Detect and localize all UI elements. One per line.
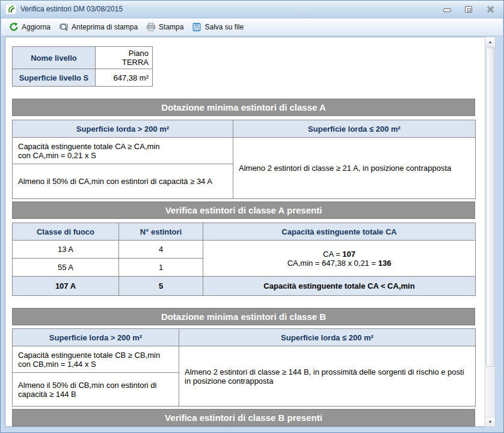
col-header-gt200-b: Superficie lorda > 200 m² — [13, 329, 179, 346]
verifica-a-table: Classe di fuoco N° estintori Capacità es… — [12, 223, 476, 296]
col-header-le200-b: Superficie lorda ≤ 200 m² — [179, 329, 476, 346]
table-row: Capacità estinguente totale CA ≥ CA,min … — [13, 138, 476, 164]
toolbar: Aggiorna Anteprima di stampa Stampa — [1, 19, 503, 36]
table-row: Superficie livello S 647,38 m² — [13, 69, 153, 87]
table-row: Superficie lorda > 200 m² Superficie lor… — [13, 329, 476, 346]
dotazione-b-table: Superficie lorda > 200 m² Superficie lor… — [12, 328, 476, 407]
window-controls — [442, 5, 499, 13]
col-header-gt200-a: Superficie lorda > 200 m² — [13, 120, 233, 138]
table-row: Capacità estinguente totale CB ≥ CB,min … — [13, 346, 476, 373]
aggiorna-label: Aggiorna — [22, 23, 51, 31]
classe-cell: 55 A — [13, 259, 119, 277]
superficie-livello-value: 647,38 m² — [96, 69, 153, 87]
save-icon — [192, 22, 201, 32]
minimize-button[interactable] — [442, 5, 452, 13]
refresh-icon — [9, 22, 19, 32]
verifica-result-a: Capacità estinguente totale CA < CA,min — [203, 277, 476, 296]
scroll-down-button[interactable]: ▼ — [485, 417, 495, 426]
section-title-dotazione-a: Dotazione minima estintori di classe A — [12, 99, 475, 116]
num-cell: 1 — [119, 259, 203, 277]
scroll-up-button[interactable]: ▲ — [485, 37, 495, 47]
alt-a: Almeno 2 estintori di classe ≥ 21 A, in … — [233, 138, 476, 199]
vertical-scrollbar[interactable]: ▲ ▼ — [485, 37, 496, 427]
salva-su-file-button[interactable]: Salva su file — [188, 20, 248, 34]
window-title: Verifica estintori DM 03/08/2015 — [20, 5, 123, 13]
close-button[interactable] — [485, 5, 495, 13]
req1-a: Capacità estinguente totale CA ≥ CA,min … — [13, 138, 233, 164]
nome-livello-value: Piano TERRA — [96, 47, 153, 69]
capacita-calc-cell: CA = 107 CA,min = 647,38 x 0,21 = 136 — [203, 241, 476, 277]
total-classe: 107 A — [13, 277, 119, 296]
section-title-dotazione-b: Dotazione minima estintori di classe B — [12, 308, 475, 325]
restore-button[interactable] — [464, 5, 473, 13]
ca-value: 107 — [342, 250, 355, 259]
level-info-table: Nome livello Piano TERRA Superficie live… — [12, 46, 153, 87]
superficie-livello-label: Superficie livello S — [13, 69, 96, 87]
req2-a: Almeno il 50% di CA,min con estintori di… — [13, 164, 233, 199]
scrollbar-thumb[interactable] — [486, 48, 494, 367]
printer-icon — [146, 22, 156, 32]
report-panel: Nome livello Piano TERRA Superficie live… — [5, 37, 485, 427]
app-window: Verifica estintori DM 03/08/2015 Aggiorn… — [0, 0, 504, 433]
table-row: 13 A 4 CA = 107 CA,min = 647,38 x 0,21 =… — [13, 241, 476, 259]
aggiorna-button[interactable]: Aggiorna — [5, 20, 55, 34]
stampa-label: Stampa — [159, 23, 183, 31]
camin-value: 136 — [378, 259, 392, 268]
total-row: 107 A 5 Capacità estinguente totale CA <… — [13, 277, 476, 296]
section-title-verifica-b: Verifica estintori di classe B presenti — [12, 409, 475, 426]
col-header-classe-fuoco: Classe di fuoco — [13, 223, 119, 241]
col-header-capacita: Capacità estinguente totale CA — [203, 223, 476, 241]
stampa-button[interactable]: Stampa — [142, 20, 188, 34]
close-icon — [487, 6, 494, 13]
anteprima-di-stampa-button[interactable]: Anteprima di stampa — [55, 20, 142, 34]
table-row: Superficie lorda > 200 m² Superficie lor… — [13, 120, 476, 138]
req1-b: Capacità estinguente totale CB ≥ CB,min … — [13, 346, 179, 373]
nome-livello-label: Nome livello — [13, 47, 96, 69]
camin-line: CA,min = 647,38 x 0,21 = 136 — [208, 259, 470, 268]
section-title-verifica-a: Verifica estintori di classe A presenti — [12, 201, 475, 219]
classe-cell: 13 A — [13, 241, 119, 259]
title-bar: Verifica estintori DM 03/08/2015 — [1, 1, 503, 18]
col-header-n-estintori: N° estintori — [119, 223, 203, 241]
dotazione-a-table: Superficie lorda > 200 m² Superficie lor… — [12, 120, 476, 199]
num-cell: 4 — [119, 241, 203, 259]
anteprima-label: Anteprima di stampa — [72, 23, 138, 31]
salva-label: Salva su file — [204, 23, 244, 31]
print-preview-icon — [59, 22, 69, 32]
req2-b: Almeno il 50% di CB,min con estintori di… — [13, 373, 179, 407]
alt-b: Almeno 2 estintori di classe ≥ 144 B, in… — [179, 346, 476, 407]
total-n: 5 — [119, 277, 203, 296]
ca-line: CA = 107 — [208, 250, 470, 259]
table-row: Classe di fuoco N° estintori Capacità es… — [13, 223, 476, 241]
col-header-le200-a: Superficie lorda ≤ 200 m² — [233, 120, 476, 138]
app-logo-icon — [5, 4, 16, 14]
table-row: Nome livello Piano TERRA — [13, 47, 153, 69]
